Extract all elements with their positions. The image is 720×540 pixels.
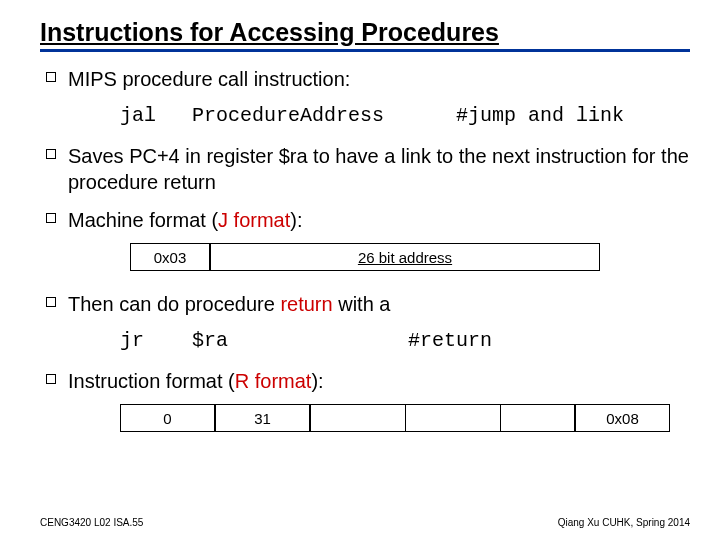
j-opcode-cell: 0x03 xyxy=(130,243,210,271)
j-format-table: 0x03 26 bit address xyxy=(130,243,690,271)
r-cell-0: 0 xyxy=(120,404,215,432)
bullet-icon xyxy=(46,213,56,223)
bullet-5: Instruction format (R format): xyxy=(46,368,690,394)
bullet-1: MIPS procedure call instruction: xyxy=(46,66,690,92)
slide-title: Instructions for Accessing Procedures xyxy=(40,18,690,52)
bullet-3-text: Machine format (J format): xyxy=(68,207,303,233)
r-cell-2 xyxy=(310,404,405,432)
bullet-4: Then can do procedure return with a xyxy=(46,291,690,317)
j-address-cell: 26 bit address xyxy=(210,243,600,271)
r-cell-5: 0x08 xyxy=(575,404,670,432)
bullet-2: Saves PC+4 in register $ra to have a lin… xyxy=(46,143,690,195)
code-jal: jal ProcedureAddress #jump and link xyxy=(120,104,690,127)
footer-left: CENG3420 L02 ISA.55 xyxy=(40,517,143,528)
bullet-icon xyxy=(46,72,56,82)
bullet-icon xyxy=(46,374,56,384)
r-cell-3 xyxy=(405,404,500,432)
bullet-icon xyxy=(46,149,56,159)
code-jr: jr $ra #return xyxy=(120,329,690,352)
bullet-icon xyxy=(46,297,56,307)
r-cell-4 xyxy=(500,404,575,432)
bullet-2-text: Saves PC+4 in register $ra to have a lin… xyxy=(68,143,690,195)
r-format-table: 0 31 0x08 xyxy=(120,404,690,432)
bullet-1-text: MIPS procedure call instruction: xyxy=(68,66,350,92)
bullet-5-text: Instruction format (R format): xyxy=(68,368,324,394)
r-cell-1: 31 xyxy=(215,404,310,432)
bullet-4-text: Then can do procedure return with a xyxy=(68,291,390,317)
footer-right: Qiang Xu CUHK, Spring 2014 xyxy=(558,517,690,528)
bullet-3: Machine format (J format): xyxy=(46,207,690,233)
